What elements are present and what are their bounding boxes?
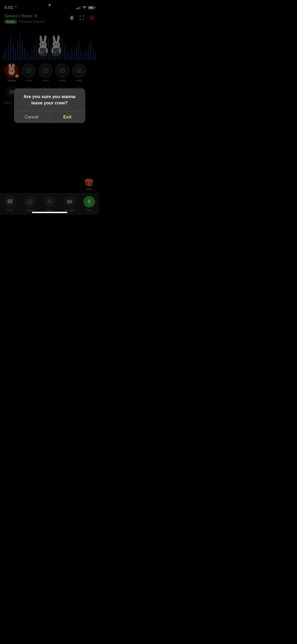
dialog-buttons: Cancel Exit	[14, 111, 85, 123]
dialog-body: Are you sure you wanna leave your crew?	[14, 88, 85, 111]
home-indicator	[32, 212, 67, 213]
cancel-button[interactable]: Cancel	[14, 111, 50, 123]
leave-crew-dialog: Are you sure you wanna leave your crew? …	[14, 88, 85, 123]
dialog-title: Are you sure you wanna leave your crew?	[18, 94, 81, 106]
exit-button[interactable]: Exit	[50, 111, 85, 123]
